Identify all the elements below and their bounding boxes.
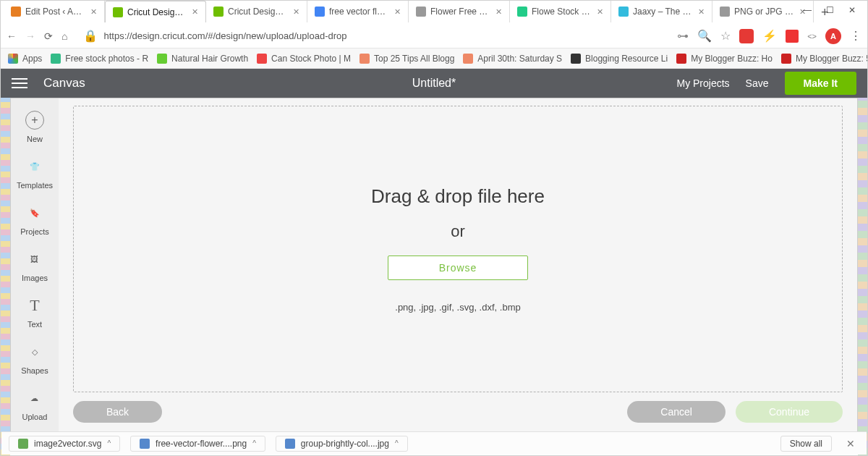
tool-label: Images (22, 274, 48, 282)
bookmark-favicon-icon (781, 54, 791, 64)
minimize-button[interactable]: — (803, 5, 812, 15)
download-filename: free-vector-flower....png (156, 439, 247, 449)
key-icon[interactable]: ⊶ (677, 29, 689, 43)
bookmark-favicon-icon (51, 54, 61, 64)
code-icon[interactable]: <> (807, 32, 817, 41)
browser-nav-bar: ⟳ ⌂ 🔒 https://design.cricut.com/#/design… (1, 24, 867, 48)
star-icon[interactable]: ☆ (720, 29, 731, 43)
tool-images[interactable]: 🖼Images (22, 249, 48, 282)
download-item[interactable]: image2vector.svg^ (9, 436, 120, 452)
close-window-button[interactable]: ✕ (848, 5, 856, 15)
bookmark-item[interactable]: April 30th: Saturday S (463, 54, 562, 64)
chevron-up-icon[interactable]: ^ (252, 439, 256, 447)
tool-sidebar: +New👕Templates🔖Projects🖼ImagesTText◇Shap… (11, 98, 59, 431)
bookmark-favicon-icon (257, 54, 267, 64)
zoom-icon[interactable]: 🔍 (697, 29, 712, 43)
download-item[interactable]: group-brightly-col....jpg^ (276, 436, 408, 452)
browser-tab[interactable]: Jaaxy – The Worl…✕ (611, 1, 712, 22)
bookmark-item[interactable]: Can Stock Photo | M (257, 54, 351, 64)
address-bar[interactable]: 🔒 https://design.cricut.com/#/design/new… (76, 29, 668, 43)
browser-tab[interactable]: Cricut Design Sp…✕ (206, 1, 307, 22)
close-tab-icon[interactable]: ✕ (597, 7, 603, 17)
bookmarks-bar: AppsFree stock photos - RNatural Hair Gr… (1, 48, 867, 69)
favicon-icon (618, 7, 629, 17)
supported-formats: .png, .jpg, .gif, .svg, .dxf, .bmp (395, 302, 520, 313)
tab-label: free vector flowe… (329, 7, 390, 17)
bookmark-item[interactable]: My Blogger Buzz: Ho (676, 54, 773, 64)
make-it-button[interactable]: Make It (785, 72, 856, 95)
chevron-up-icon[interactable]: ^ (107, 439, 111, 447)
close-tab-icon[interactable]: ✕ (90, 7, 97, 17)
profile-avatar[interactable]: A (825, 28, 841, 44)
favicon-icon (315, 7, 325, 17)
bolt-icon[interactable]: ⚡ (762, 29, 777, 43)
tool-projects[interactable]: 🔖Projects (20, 203, 49, 236)
new-icon: + (25, 110, 45, 130)
favicon-icon (416, 7, 426, 17)
tool-label: New (27, 135, 43, 143)
tab-label: Cricut Design Sp… (228, 7, 289, 17)
close-tab-icon[interactable]: ✕ (293, 7, 299, 17)
canvas-label[interactable]: Canvas (43, 76, 85, 90)
tab-label: Flower Free Vect… (430, 7, 491, 17)
tool-text[interactable]: TText (25, 295, 45, 329)
tool-upload[interactable]: ☁Upload (22, 388, 48, 421)
tool-templates[interactable]: 👕Templates (17, 156, 53, 190)
close-tab-icon[interactable]: ✕ (698, 7, 705, 17)
continue-button: Continue (736, 401, 843, 423)
pinterest-icon[interactable] (739, 29, 754, 43)
bookmark-item[interactable]: Blogging Resource Li (571, 54, 668, 64)
hamburger-menu-icon[interactable] (12, 78, 27, 88)
bookmark-label: Natural Hair Growth (171, 54, 248, 64)
app-header: Canvas Untitled* My Projects Save Make I… (1, 69, 867, 98)
bookmark-label: My Blogger Buzz: 5 B (796, 54, 868, 64)
browser-tab[interactable]: Flowe Stock Illust…✕ (510, 1, 611, 22)
bookmark-item[interactable]: Top 25 Tips All Blogg (359, 54, 454, 64)
browser-tab[interactable]: free vector flowe…✕ (307, 1, 409, 22)
close-downloads-bar[interactable]: ✕ (842, 438, 859, 449)
close-tab-icon[interactable]: ✕ (192, 7, 198, 17)
browser-tab[interactable]: Edit Post ‹ Abbi K✕ (4, 1, 105, 22)
browser-tab[interactable]: Flower Free Vect…✕ (409, 1, 510, 22)
tab-label: PNG or JPG to S… (734, 7, 795, 17)
browser-titlebar: Edit Post ‹ Abbi K✕Cricut Design Sp…✕Cri… (1, 1, 867, 24)
project-title[interactable]: Untitled* (412, 77, 456, 90)
my-projects-link[interactable]: My Projects (676, 77, 729, 89)
bookmark-label: Blogging Resource Li (585, 54, 668, 64)
tool-new[interactable]: +New (25, 110, 45, 143)
back-button[interactable] (7, 30, 17, 42)
bookmark-item[interactable]: Natural Hair Growth (157, 54, 248, 64)
file-icon (140, 439, 150, 449)
tool-shapes[interactable]: ◇Shapes (21, 342, 48, 375)
browser-tab[interactable]: Cricut Design Sp…✕ (105, 1, 206, 22)
close-tab-icon[interactable]: ✕ (495, 7, 502, 17)
bookmark-item[interactable]: My Blogger Buzz: 5 B (781, 54, 868, 64)
maximize-button[interactable]: ☐ (826, 5, 834, 15)
back-button[interactable]: Back (73, 401, 162, 423)
bookmark-item[interactable]: Free stock photos - R (51, 54, 148, 64)
bookmark-favicon-icon (571, 54, 581, 64)
upload-icon: ☁ (25, 388, 45, 408)
favicon-icon (517, 7, 527, 17)
apps-icon (8, 54, 18, 64)
cancel-button[interactable]: Cancel (627, 401, 726, 423)
upload-dropzone[interactable]: Drag & drop file here or Browse .png, .j… (73, 106, 843, 392)
close-tab-icon[interactable]: ✕ (394, 7, 401, 17)
chevron-up-icon[interactable]: ^ (395, 439, 399, 447)
bookmark-favicon-icon (359, 54, 370, 64)
file-icon (285, 439, 295, 449)
flash-icon[interactable] (786, 30, 799, 43)
download-item[interactable]: free-vector-flower....png^ (130, 436, 265, 452)
browser-menu-icon[interactable]: ⋮ (850, 29, 861, 43)
reload-button[interactable]: ⟳ (44, 30, 53, 42)
bookmark-favicon-icon (463, 54, 473, 64)
show-all-downloads[interactable]: Show all (780, 436, 832, 452)
tool-label: Shapes (21, 366, 48, 375)
save-button[interactable]: Save (746, 77, 769, 89)
home-button[interactable]: ⌂ (61, 30, 67, 42)
bookmark-label: April 30th: Saturday S (477, 54, 562, 64)
tool-label: Upload (22, 413, 48, 421)
apps-button[interactable]: Apps (8, 54, 42, 64)
downloads-bar: image2vector.svg^free-vector-flower....p… (1, 431, 867, 455)
browse-button[interactable]: Browse (388, 256, 529, 280)
